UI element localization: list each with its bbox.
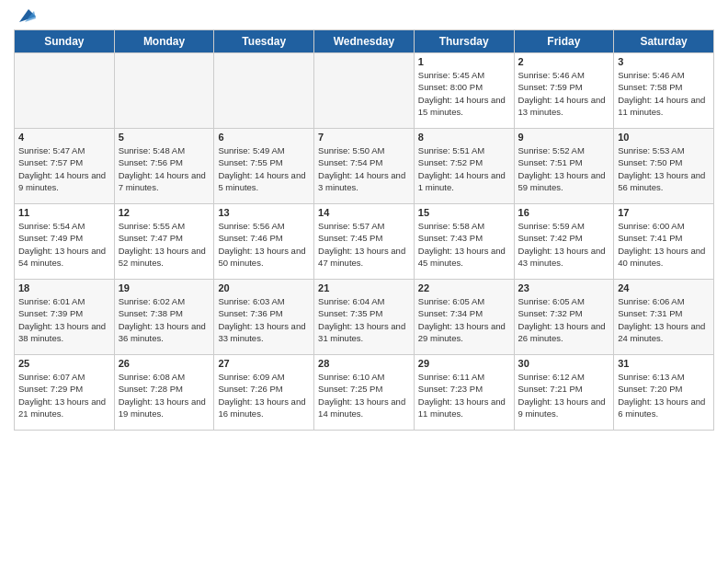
calendar-page: Sunday Monday Tuesday Wednesday Thursday… xyxy=(0,0,728,563)
day-number: 17 xyxy=(618,207,710,218)
calendar-week-row: 11Sunrise: 5:54 AMSunset: 7:49 PMDayligh… xyxy=(15,204,714,280)
day-number: 4 xyxy=(18,132,110,143)
day-cell: 25Sunrise: 6:07 AMSunset: 7:29 PMDayligh… xyxy=(15,355,115,431)
day-number: 22 xyxy=(418,282,510,293)
day-info: Sunrise: 5:56 AMSunset: 7:46 PMDaylight:… xyxy=(218,220,310,269)
day-info: Sunrise: 5:47 AMSunset: 7:57 PMDaylight:… xyxy=(18,144,110,193)
day-info: Sunrise: 6:01 AMSunset: 7:39 PMDaylight:… xyxy=(18,295,110,344)
day-cell: 7Sunrise: 5:50 AMSunset: 7:54 PMDaylight… xyxy=(314,129,415,204)
day-cell: 2Sunrise: 5:46 AMSunset: 7:59 PMDaylight… xyxy=(514,53,614,129)
day-number: 29 xyxy=(418,358,510,369)
day-cell xyxy=(314,53,415,129)
day-info: Sunrise: 6:13 AMSunset: 7:20 PMDaylight:… xyxy=(618,371,710,419)
day-info: Sunrise: 5:49 AMSunset: 7:55 PMDaylight:… xyxy=(218,144,310,193)
day-info: Sunrise: 6:09 AMSunset: 7:26 PMDaylight:… xyxy=(218,371,310,419)
day-number: 10 xyxy=(618,132,710,143)
logo xyxy=(14,9,36,22)
day-info: Sunrise: 5:57 AMSunset: 7:45 PMDaylight:… xyxy=(318,220,410,269)
day-number: 27 xyxy=(218,358,310,369)
day-cell: 20Sunrise: 6:03 AMSunset: 7:36 PMDayligh… xyxy=(214,280,314,355)
day-cell: 16Sunrise: 5:59 AMSunset: 7:42 PMDayligh… xyxy=(514,204,614,280)
day-cell: 3Sunrise: 5:46 AMSunset: 7:58 PMDaylight… xyxy=(614,53,714,129)
day-number: 30 xyxy=(518,358,610,369)
day-cell: 15Sunrise: 5:58 AMSunset: 7:43 PMDayligh… xyxy=(414,204,514,280)
day-cell xyxy=(214,53,314,129)
day-cell: 8Sunrise: 5:51 AMSunset: 7:52 PMDaylight… xyxy=(414,129,514,204)
day-cell: 26Sunrise: 6:08 AMSunset: 7:28 PMDayligh… xyxy=(114,355,214,431)
day-number: 16 xyxy=(518,207,610,218)
day-number: 19 xyxy=(119,282,210,293)
day-info: Sunrise: 5:48 AMSunset: 7:56 PMDaylight:… xyxy=(119,144,210,193)
day-info: Sunrise: 5:55 AMSunset: 7:47 PMDaylight:… xyxy=(119,220,210,269)
day-number: 21 xyxy=(318,282,410,293)
day-number: 12 xyxy=(119,207,210,218)
calendar-week-row: 1Sunrise: 5:45 AMSunset: 8:00 PMDaylight… xyxy=(15,53,714,129)
day-info: Sunrise: 6:12 AMSunset: 7:21 PMDaylight:… xyxy=(518,371,610,419)
day-cell: 4Sunrise: 5:47 AMSunset: 7:57 PMDaylight… xyxy=(15,129,115,204)
day-cell: 5Sunrise: 5:48 AMSunset: 7:56 PMDaylight… xyxy=(114,129,214,204)
day-number: 26 xyxy=(119,358,210,369)
day-cell: 24Sunrise: 6:06 AMSunset: 7:31 PMDayligh… xyxy=(614,280,714,355)
day-info: Sunrise: 6:02 AMSunset: 7:38 PMDaylight:… xyxy=(119,295,210,344)
day-info: Sunrise: 6:05 AMSunset: 7:32 PMDaylight:… xyxy=(518,295,610,344)
day-number: 3 xyxy=(618,56,710,67)
day-info: Sunrise: 6:00 AMSunset: 7:41 PMDaylight:… xyxy=(618,220,710,269)
day-info: Sunrise: 5:59 AMSunset: 7:42 PMDaylight:… xyxy=(518,220,610,269)
day-info: Sunrise: 6:07 AMSunset: 7:29 PMDaylight:… xyxy=(18,371,110,419)
day-cell xyxy=(114,53,214,129)
header xyxy=(14,9,714,22)
day-number: 24 xyxy=(618,282,710,293)
weekday-header-row: Sunday Monday Tuesday Wednesday Thursday… xyxy=(15,30,714,53)
calendar-week-row: 4Sunrise: 5:47 AMSunset: 7:57 PMDaylight… xyxy=(15,129,714,204)
day-number: 7 xyxy=(318,132,410,143)
day-cell: 27Sunrise: 6:09 AMSunset: 7:26 PMDayligh… xyxy=(214,355,314,431)
day-info: Sunrise: 5:50 AMSunset: 7:54 PMDaylight:… xyxy=(318,144,410,193)
day-cell: 22Sunrise: 6:05 AMSunset: 7:34 PMDayligh… xyxy=(414,280,514,355)
day-number: 28 xyxy=(318,358,410,369)
header-friday: Friday xyxy=(514,30,614,53)
day-info: Sunrise: 5:54 AMSunset: 7:49 PMDaylight:… xyxy=(18,220,110,269)
calendar-week-row: 18Sunrise: 6:01 AMSunset: 7:39 PMDayligh… xyxy=(15,280,714,355)
header-wednesday: Wednesday xyxy=(314,30,415,53)
day-cell: 17Sunrise: 6:00 AMSunset: 7:41 PMDayligh… xyxy=(614,204,714,280)
day-number: 13 xyxy=(218,207,310,218)
day-number: 8 xyxy=(418,132,510,143)
day-cell: 12Sunrise: 5:55 AMSunset: 7:47 PMDayligh… xyxy=(114,204,214,280)
day-number: 14 xyxy=(318,207,410,218)
header-tuesday: Tuesday xyxy=(214,30,314,53)
day-info: Sunrise: 6:05 AMSunset: 7:34 PMDaylight:… xyxy=(418,295,510,344)
day-cell: 11Sunrise: 5:54 AMSunset: 7:49 PMDayligh… xyxy=(15,204,115,280)
day-cell: 21Sunrise: 6:04 AMSunset: 7:35 PMDayligh… xyxy=(314,280,415,355)
day-cell: 29Sunrise: 6:11 AMSunset: 7:23 PMDayligh… xyxy=(414,355,514,431)
day-number: 11 xyxy=(18,207,110,218)
day-info: Sunrise: 6:04 AMSunset: 7:35 PMDaylight:… xyxy=(318,295,410,344)
day-cell: 30Sunrise: 6:12 AMSunset: 7:21 PMDayligh… xyxy=(514,355,614,431)
header-sunday: Sunday xyxy=(15,30,115,53)
day-info: Sunrise: 5:53 AMSunset: 7:50 PMDaylight:… xyxy=(618,144,710,193)
day-number: 6 xyxy=(218,132,310,143)
day-info: Sunrise: 5:46 AMSunset: 7:59 PMDaylight:… xyxy=(518,69,610,118)
day-cell: 10Sunrise: 5:53 AMSunset: 7:50 PMDayligh… xyxy=(614,129,714,204)
calendar-table: Sunday Monday Tuesday Wednesday Thursday… xyxy=(14,29,714,431)
day-cell: 23Sunrise: 6:05 AMSunset: 7:32 PMDayligh… xyxy=(514,280,614,355)
day-number: 5 xyxy=(119,132,210,143)
day-number: 20 xyxy=(218,282,310,293)
day-number: 2 xyxy=(518,56,610,67)
day-number: 1 xyxy=(418,56,510,67)
day-cell: 19Sunrise: 6:02 AMSunset: 7:38 PMDayligh… xyxy=(114,280,214,355)
header-monday: Monday xyxy=(114,30,214,53)
day-number: 25 xyxy=(18,358,110,369)
day-cell: 13Sunrise: 5:56 AMSunset: 7:46 PMDayligh… xyxy=(214,204,314,280)
day-number: 23 xyxy=(518,282,610,293)
day-cell: 14Sunrise: 5:57 AMSunset: 7:45 PMDayligh… xyxy=(314,204,415,280)
calendar-week-row: 25Sunrise: 6:07 AMSunset: 7:29 PMDayligh… xyxy=(15,355,714,431)
header-saturday: Saturday xyxy=(614,30,714,53)
day-info: Sunrise: 6:11 AMSunset: 7:23 PMDaylight:… xyxy=(418,371,510,419)
day-cell: 18Sunrise: 6:01 AMSunset: 7:39 PMDayligh… xyxy=(15,280,115,355)
day-cell: 9Sunrise: 5:52 AMSunset: 7:51 PMDaylight… xyxy=(514,129,614,204)
calendar-body: 1Sunrise: 5:45 AMSunset: 8:00 PMDaylight… xyxy=(15,53,714,431)
day-cell: 6Sunrise: 5:49 AMSunset: 7:55 PMDaylight… xyxy=(214,129,314,204)
day-number: 31 xyxy=(618,358,710,369)
day-number: 18 xyxy=(18,282,110,293)
day-info: Sunrise: 6:08 AMSunset: 7:28 PMDaylight:… xyxy=(119,371,210,419)
